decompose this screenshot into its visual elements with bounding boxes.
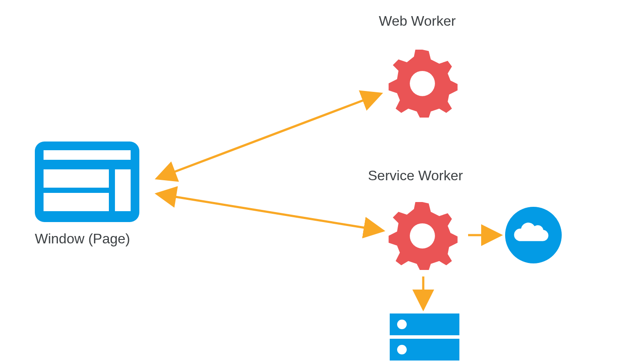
arrow-serviceworker-storage: [0, 0, 634, 364]
